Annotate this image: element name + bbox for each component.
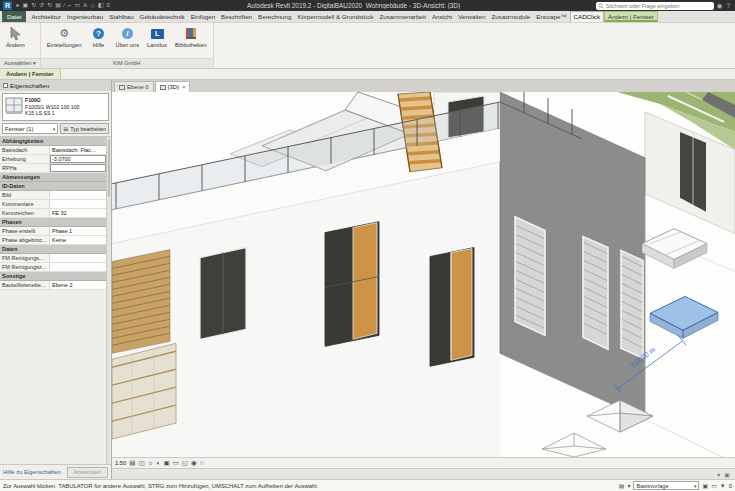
section-icon[interactable]: ◧ <box>96 1 105 10</box>
button-hilfe[interactable]: ?Hilfe <box>86 24 112 48</box>
properties-help-link[interactable]: Hilfe zu Eigenschaften <box>3 469 61 475</box>
background-processes-icon[interactable]: ▾ <box>717 471 720 478</box>
property-value[interactable] <box>50 164 106 172</box>
button-label: Bibliotheken <box>175 42 207 48</box>
help-menu-icon[interactable]: ? <box>724 2 732 9</box>
undo-icon[interactable]: ↺ <box>38 1 46 10</box>
icon-wrap-library <box>186 26 196 41</box>
show-crop-region-icon[interactable]: ◱ <box>182 458 188 468</box>
property-section-abmessungen: Abmessungen <box>0 173 106 182</box>
properties-header[interactable]: Eigenschaften <box>0 80 111 91</box>
tab-architektur[interactable]: Architektur <box>28 11 64 22</box>
visual-style-icon[interactable]: ◫ <box>138 458 144 468</box>
property-label: RPHa <box>0 164 50 172</box>
status-extra-icon[interactable]: ▣ <box>724 471 730 478</box>
3d-scene: 3,0000 m <box>112 92 735 457</box>
sun-path-icon[interactable]: ☼ <box>148 458 154 468</box>
detail-level-icon[interactable]: ▤ <box>129 458 135 468</box>
property-section-abhaengigkeiten: Abhängigkeiten <box>0 137 106 146</box>
tab-beschriften[interactable]: Beschriften <box>218 11 255 22</box>
exclude-options-icon[interactable]: ▣ <box>702 482 708 489</box>
front-window-1 <box>200 248 246 340</box>
property-value[interactable]: Basisdach: Flac... <box>50 146 106 154</box>
properties-icon <box>3 83 8 88</box>
view-tab-label: Ebene 0 <box>127 84 149 90</box>
design-options-icon[interactable]: ▾ <box>627 482 630 489</box>
chevron-down-icon <box>694 483 697 489</box>
selection-filter-icon[interactable]: ▼ <box>720 483 726 489</box>
redo-icon[interactable]: ↻ <box>46 1 54 10</box>
button-label: Ändern <box>6 42 25 48</box>
element-selector[interactable]: Fenster (1) <box>2 123 58 134</box>
print-icon[interactable]: ▤ <box>54 1 63 10</box>
design-option-select[interactable]: Basisvorlage <box>633 481 699 490</box>
icon-wrap-info: i <box>122 26 133 41</box>
tab-datei[interactable]: Datei <box>2 11 26 22</box>
sign-in-icon[interactable]: ◉ <box>715 2 725 10</box>
tab-koerpermodell-grundstueck[interactable]: Körpermodell & Grundstück <box>294 11 376 22</box>
property-value[interactable] <box>50 254 106 262</box>
panel-buttons: Ändern <box>0 23 40 58</box>
revit-logo-icon[interactable]: R <box>3 1 12 10</box>
model-view[interactable]: 3,0000 m <box>112 92 735 457</box>
tag-by-category-icon[interactable]: ▭ <box>73 1 82 10</box>
tab-ingenieurbau[interactable]: Ingenieurbau <box>64 11 106 22</box>
view-icon <box>160 85 166 90</box>
property-value[interactable]: -3,0700 <box>50 155 106 163</box>
view-icon <box>119 85 125 90</box>
icon-wrap-lamilux: L <box>151 26 164 41</box>
tab-stahlbau[interactable]: Stahlbau <box>106 11 136 22</box>
button-aendern[interactable]: Ändern <box>2 24 29 48</box>
button-lamilux[interactable]: LLamilux <box>143 24 171 48</box>
icon-wrap-help: ? <box>93 26 104 41</box>
status-bar: Zur Auswahl klicken, TABULATOR für ander… <box>0 479 735 491</box>
save-icon[interactable]: ▣ <box>21 1 30 10</box>
type-preview[interactable]: F100G F100SG W102 100 100 K15 LS SS 1 <box>2 93 109 121</box>
property-value[interactable]: Keine <box>50 236 106 244</box>
properties-scrollbar[interactable] <box>106 137 111 464</box>
button-einstellungen[interactable]: ⚙Einstellungen <box>43 24 86 48</box>
property-row-fm-reinigungsz: FM Reinigungsz... <box>0 263 106 272</box>
tab-verwalten[interactable]: Verwalten <box>455 11 488 22</box>
tab-cadclick[interactable]: CADClick <box>570 11 604 22</box>
tab-aendern-fenster[interactable]: Ändern | Fenster <box>604 11 658 22</box>
property-value[interactable]: Phase 1 <box>50 227 106 235</box>
crop-view-icon[interactable]: ▭ <box>173 458 179 468</box>
tab-zusammenarbeit[interactable]: Zusammenarbeit <box>376 11 428 22</box>
search-input[interactable] <box>606 3 712 9</box>
property-value[interactable] <box>50 263 106 271</box>
view-tab-3d[interactable]: {3D}× <box>155 81 191 92</box>
search-box[interactable] <box>596 2 714 10</box>
ribbon-body: ÄndernAuswählen ▾⚙Einstellungen?HilfeiÜb… <box>0 23 735 69</box>
button-ueber-uns[interactable]: iÜber uns <box>112 24 144 48</box>
sync-with-central-icon[interactable]: ↻ <box>30 1 38 10</box>
tab-zusatzmodule[interactable]: Zusatzmodule <box>488 11 533 22</box>
tab-gebaeudetechnik[interactable]: Gebäudetechnik <box>137 11 188 22</box>
close-view-icon[interactable]: × <box>182 84 186 90</box>
view-tab-ebene-0[interactable]: Ebene 0 <box>114 81 154 92</box>
rendering-icon[interactable]: ▣ <box>164 458 170 468</box>
property-value[interactable]: Ebene 2 <box>50 281 106 289</box>
button-bibliotheken[interactable]: Bibliotheken <box>171 24 211 48</box>
button-label: Hilfe <box>93 42 105 48</box>
apply-button[interactable]: Anwenden <box>67 467 108 478</box>
tab-enscape[interactable]: Enscape™ <box>533 11 569 22</box>
scrollbar-thumb[interactable] <box>108 139 110 197</box>
default-3d-view-icon[interactable]: ◇ <box>89 1 97 10</box>
scale-button[interactable]: 1:50 <box>115 460 126 466</box>
reveal-hidden-elements-icon[interactable]: ○ <box>200 458 204 468</box>
property-value[interactable]: FE 32 <box>50 209 106 217</box>
thin-lines-icon[interactable]: ≡ <box>105 1 112 10</box>
temporary-hide-isolate-icon[interactable]: ◉ <box>191 458 197 468</box>
shadows-icon[interactable]: ◐ <box>157 458 161 468</box>
property-value[interactable] <box>50 200 106 208</box>
tab-einfuegen[interactable]: Einfügen <box>188 11 218 22</box>
tab-ansicht[interactable]: Ansicht <box>429 11 455 22</box>
tab-berechnung[interactable]: Berechnung <box>255 11 294 22</box>
edit-type-button[interactable]: Typ bearbeiten <box>60 123 109 134</box>
property-section-phasen: Phasen <box>0 218 106 227</box>
worksets-icon[interactable]: ▤ <box>619 482 625 489</box>
editable-only-icon[interactable]: ▭ <box>711 482 717 489</box>
text-icon[interactable]: A <box>82 1 89 10</box>
property-value[interactable] <box>50 191 106 199</box>
